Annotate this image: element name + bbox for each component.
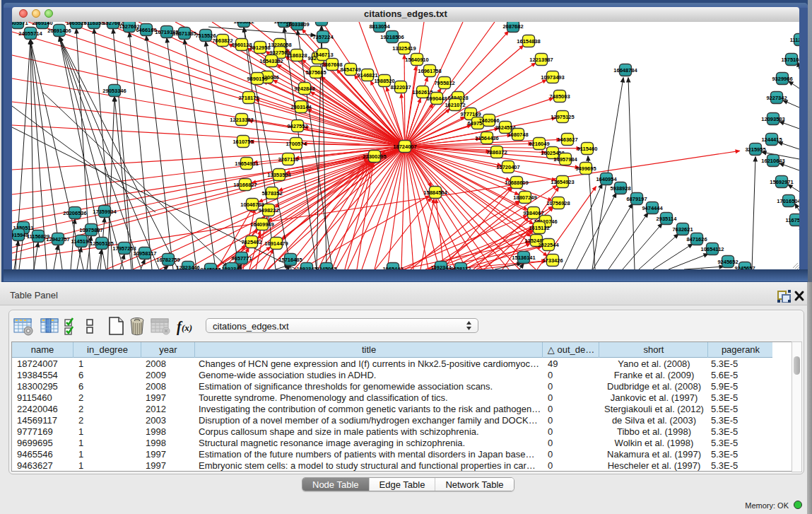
- svg-text:19654931: 19654931: [235, 160, 258, 167]
- svg-text:1080748: 1080748: [507, 132, 528, 138]
- svg-text:10046788: 10046788: [240, 201, 264, 208]
- svg-text:6990448: 6990448: [426, 95, 447, 102]
- svg-text:1588520: 1588520: [374, 78, 394, 84]
- svg-text:8960128: 8960128: [231, 42, 252, 48]
- svg-text:1092345: 1092345: [296, 266, 317, 270]
- svg-text:16914479: 16914479: [264, 240, 288, 247]
- svg-text:17016504: 17016504: [777, 198, 799, 204]
- svg-text:7955812: 7955812: [434, 80, 454, 86]
- svg-text:3267110: 3267110: [278, 156, 299, 163]
- svg-text:20206536: 20206536: [63, 210, 86, 216]
- svg-text:10958117: 10958117: [134, 250, 157, 257]
- svg-text:12093583: 12093583: [761, 116, 784, 122]
- svg-text:1244415: 1244415: [761, 136, 782, 143]
- svg-text:8813054: 8813054: [311, 22, 332, 23]
- svg-text:8912958: 8912958: [249, 45, 270, 51]
- svg-text:12213383: 12213383: [230, 117, 253, 123]
- svg-text:9245065: 9245065: [200, 267, 220, 270]
- svg-text:1733426: 1733426: [542, 257, 563, 264]
- svg-text:9777169: 9777169: [460, 111, 481, 117]
- svg-text:9427552: 9427552: [287, 123, 307, 129]
- svg-text:9116358: 9116358: [84, 22, 105, 26]
- svg-text:1065442: 1065442: [382, 266, 403, 270]
- svg-text:2522544: 2522544: [538, 242, 559, 248]
- svg-text:23300295: 23300295: [363, 153, 386, 160]
- svg-text:2803144: 2803144: [290, 104, 312, 110]
- svg-text:15720407: 15720407: [496, 164, 519, 170]
- svg-text:9115460: 9115460: [577, 146, 598, 152]
- svg-text:15136141: 15136141: [512, 255, 535, 261]
- svg-text:19218506: 19218506: [380, 34, 404, 40]
- svg-text:24055714: 24055714: [18, 30, 42, 37]
- svg-text:12323446: 12323446: [176, 264, 199, 270]
- svg-text:8471626: 8471626: [686, 236, 707, 243]
- svg-text:16648784: 16648784: [613, 67, 637, 74]
- svg-text:1167533: 1167533: [786, 217, 799, 223]
- svg-text:16154838: 16154838: [517, 38, 540, 45]
- svg-text:16033809: 16033809: [286, 22, 309, 28]
- svg-text:20691406: 20691406: [47, 28, 71, 34]
- svg-text:1640954: 1640954: [596, 176, 617, 182]
- svg-text:1621072: 1621072: [445, 102, 465, 108]
- svg-text:18807249: 18807249: [513, 194, 536, 201]
- svg-text:5938928: 5938928: [610, 185, 630, 192]
- svg-text:2087682: 2087682: [502, 23, 523, 30]
- svg-text:8186328: 8186328: [286, 52, 307, 59]
- svg-text:5878352: 5878352: [261, 190, 282, 197]
- svg-text:8813054: 8813054: [369, 23, 390, 30]
- svg-text:1362615: 1362615: [412, 89, 433, 95]
- svg-text:1546713: 1546713: [312, 52, 333, 58]
- svg-text:7625402: 7625402: [241, 239, 261, 245]
- svg-text:19166827: 19166827: [233, 182, 257, 188]
- svg-text:18724007: 18724007: [393, 144, 416, 150]
- svg-text:15884564: 15884564: [423, 189, 447, 196]
- svg-text:1145194: 1145194: [71, 238, 93, 245]
- svg-text:(x): (x): [182, 322, 192, 333]
- svg-text:1700574: 1700574: [286, 141, 307, 147]
- svg-text:7886372: 7886372: [486, 149, 507, 156]
- svg-text:17359934: 17359934: [93, 209, 117, 215]
- svg-text:9242848: 9242848: [294, 86, 314, 92]
- svg-text:16961758: 16961758: [418, 68, 441, 74]
- svg-text:7357224: 7357224: [312, 34, 334, 40]
- svg-text:9657771: 9657771: [231, 255, 252, 262]
- svg-text:15716485: 15716485: [278, 257, 302, 263]
- svg-text:1610755: 1610755: [233, 139, 253, 145]
- svg-text:16409949: 16409949: [250, 221, 273, 228]
- svg-text:2718170: 2718170: [238, 95, 259, 101]
- svg-text:9245652: 9245652: [717, 259, 738, 265]
- svg-text:13654923: 13654923: [551, 179, 574, 185]
- svg-text:29053346: 29053346: [102, 88, 126, 94]
- svg-text:16782759: 16782759: [156, 257, 180, 263]
- svg-text:12213987: 12213987: [529, 57, 553, 63]
- svg-text:1112763: 1112763: [790, 37, 799, 43]
- svg-text:10975887: 10975887: [79, 227, 102, 233]
- svg-text:7485003: 7485003: [549, 93, 570, 100]
- svg-text:10973493: 10973493: [541, 74, 564, 81]
- svg-text:12942757: 12942757: [46, 236, 69, 243]
- svg-text:8322037: 8322037: [390, 84, 411, 90]
- svg-text:13353594: 13353594: [267, 172, 291, 178]
- svg-text:7462066: 7462066: [478, 117, 499, 124]
- svg-text:9227342: 9227342: [766, 95, 787, 101]
- svg-text:16543382: 16543382: [259, 58, 283, 64]
- svg-text:1405571: 1405571: [12, 22, 28, 26]
- svg-text:21564436: 21564436: [475, 135, 498, 141]
- svg-text:1615132: 1615132: [529, 225, 549, 231]
- svg-text:5875685: 5875685: [305, 69, 326, 76]
- svg-text:1092344: 1092344: [221, 266, 242, 270]
- svg-text:9890159: 9890159: [247, 76, 267, 82]
- svg-text:13325419: 13325419: [392, 45, 416, 52]
- svg-text:1663822: 1663822: [233, 22, 254, 25]
- svg-text:10756928: 10756928: [546, 200, 570, 206]
- svg-text:1092344: 1092344: [430, 264, 452, 270]
- svg-text:6879197: 6879197: [626, 196, 647, 202]
- svg-text:1575104: 1575104: [781, 57, 799, 63]
- svg-text:9499695: 9499695: [575, 165, 596, 172]
- svg-text:7663822: 7663822: [212, 37, 233, 44]
- svg-text:16671385: 16671385: [172, 30, 196, 37]
- svg-text:9498222: 9498222: [258, 207, 278, 214]
- svg-text:14957984: 14957984: [553, 156, 577, 163]
- svg-text:6466160: 6466160: [136, 27, 156, 33]
- svg-text:16210643: 16210643: [761, 158, 784, 164]
